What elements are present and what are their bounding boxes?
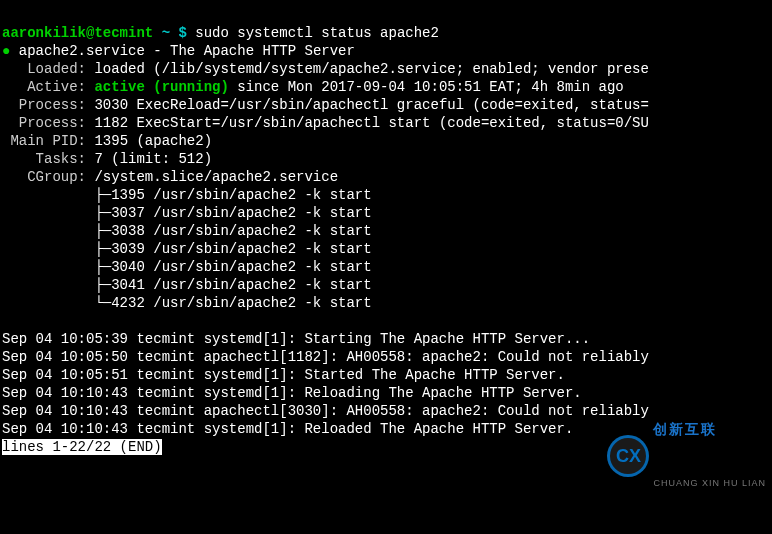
loaded-line: Loaded: loaded (/lib/systemd/system/apac… [2, 61, 649, 77]
process-line-2: Process: 1182 ExecStart=/usr/sbin/apache… [2, 115, 649, 131]
process-tree-row: ├─3039 /usr/sbin/apache2 -k start [2, 241, 372, 257]
process-line-1: Process: 3030 ExecReload=/usr/sbin/apach… [2, 97, 649, 113]
process-tree-row: ├─3041 /usr/sbin/apache2 -k start [2, 277, 372, 293]
process-tree-row: ├─3040 /usr/sbin/apache2 -k start [2, 259, 372, 275]
active-line: Active: active (running) since Mon 2017-… [2, 79, 624, 95]
process-tree-row: └─4232 /usr/sbin/apache2 -k start [2, 295, 372, 311]
process-tree-row: ├─1395 /usr/sbin/apache2 -k start [2, 187, 372, 203]
prompt-sep: ~ $ [153, 25, 195, 41]
pager-status[interactable]: lines 1-22/22 (END) [2, 439, 162, 455]
watermark-logo-icon: CX [607, 435, 649, 477]
mainpid-line: Main PID: 1395 (apache2) [2, 133, 212, 149]
cgroup-line: CGroup: /system.slice/apache2.service [2, 169, 338, 185]
service-name: apache2.service [19, 43, 145, 59]
command-text: sudo systemctl status apache2 [195, 25, 439, 41]
service-desc: The Apache HTTP Server [170, 43, 355, 59]
prompt-line: aaronkilik@tecmint ~ $ sudo systemctl st… [2, 25, 439, 41]
log-line: Sep 04 10:05:51 tecmint systemd[1]: Star… [2, 367, 565, 383]
prompt-userhost: aaronkilik@tecmint [2, 25, 153, 41]
log-line: Sep 04 10:05:39 tecmint systemd[1]: Star… [2, 331, 590, 347]
log-line: Sep 04 10:10:43 tecmint apachectl[3030]:… [2, 403, 649, 419]
process-tree-row: ├─3038 /usr/sbin/apache2 -k start [2, 223, 372, 239]
service-header: ● apache2.service - The Apache HTTP Serv… [2, 43, 355, 59]
watermark: CX 创新互联 CHUANG XIN HU LIAN [607, 384, 766, 528]
tasks-line: Tasks: 7 (limit: 512) [2, 151, 212, 167]
log-line: Sep 04 10:10:43 tecmint systemd[1]: Relo… [2, 421, 573, 437]
process-tree-row: ├─3037 /usr/sbin/apache2 -k start [2, 205, 372, 221]
log-line: Sep 04 10:05:50 tecmint apachectl[1182]:… [2, 349, 649, 365]
watermark-text: 创新互联 CHUANG XIN HU LIAN [653, 384, 766, 528]
log-line: Sep 04 10:10:43 tecmint systemd[1]: Relo… [2, 385, 582, 401]
terminal-window[interactable]: aaronkilik@tecmint ~ $ sudo systemctl st… [0, 0, 772, 534]
active-state: active (running) [94, 79, 228, 95]
